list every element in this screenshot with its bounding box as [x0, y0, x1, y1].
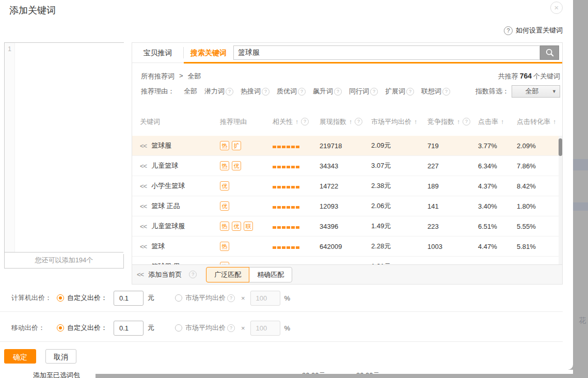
reason-option[interactable]: 全部 — [184, 87, 197, 95]
reason-option[interactable]: 质优词? — [277, 87, 306, 95]
tab-search-keywords[interactable]: 搜索关键词 — [184, 43, 233, 62]
add-current-page-label[interactable]: 添加当前页 — [148, 270, 182, 279]
custom-bid-radio[interactable] — [57, 294, 64, 302]
keywords-textarea[interactable] — [15, 43, 125, 254]
help-icon[interactable]: ? — [463, 118, 470, 125]
table-scrollbar[interactable] — [559, 136, 562, 266]
reason-option[interactable]: 飙升词? — [313, 87, 342, 95]
market-bid-radio[interactable] — [175, 294, 182, 302]
market-bid-option-label[interactable]: 市场平均出价 — [185, 323, 226, 333]
remaining-count-hint: 您还可以添加194个 — [5, 252, 123, 268]
table-row[interactable]: <<篮球 正品优120932.06元1413.40%1.80% — [132, 196, 562, 216]
help-icon[interactable]: ? — [189, 271, 197, 278]
reason-badges-cell: 热优 — [220, 161, 273, 170]
add-keyword-chevrons[interactable]: << — [140, 182, 147, 190]
relevance-cell — [273, 142, 320, 150]
search-button[interactable] — [540, 45, 559, 60]
help-icon[interactable]: ? — [355, 118, 362, 125]
divider — [0, 311, 563, 312]
relevance-bar — [277, 166, 281, 168]
column-header[interactable]: 点击率↑ — [478, 117, 517, 127]
help-icon[interactable]: ? — [262, 88, 269, 96]
background-page-right: 花 — [573, 0, 588, 378]
help-icon[interactable]: ? — [226, 88, 233, 96]
breadcrumb-value: 全部 — [188, 72, 201, 81]
relevance-bar — [277, 226, 281, 229]
breadcrumb-label[interactable]: 所有推荐词 — [141, 72, 174, 81]
custom-bid-input[interactable] — [114, 291, 144, 306]
help-icon[interactable]: ? — [406, 88, 414, 96]
add-keyword-chevrons[interactable]: << — [140, 162, 147, 170]
add-keyword-chevrons[interactable]: << — [140, 202, 147, 210]
column-header[interactable]: 竞争指数↑? — [427, 117, 478, 127]
help-link-label: 如何设置关键词 — [516, 26, 563, 35]
relevance-bar — [277, 246, 281, 249]
sort-up-icon[interactable]: ↑ — [414, 118, 417, 125]
sort-up-icon[interactable]: ↑ — [501, 118, 504, 125]
total-count: 764 — [520, 72, 532, 80]
column-header[interactable]: 相关性↑? — [273, 117, 320, 127]
table-row[interactable]: <<篮球热6420092.28元10034.47%5.81% — [132, 237, 562, 257]
table-body: <<篮球服热扩2197182.09元7193.77%2.09%<<儿童篮球热优3… — [132, 136, 562, 265]
column-header[interactable]: 点击转化率↑ — [517, 117, 562, 127]
cvr-cell: 5.81% — [517, 243, 562, 250]
help-icon[interactable]: ? — [370, 88, 378, 96]
cvr-cell: 8.42% — [517, 182, 562, 190]
custom-bid-radio[interactable] — [57, 324, 64, 332]
table-row[interactable]: <<小学生篮球优147222.38元1894.37%8.42% — [132, 176, 562, 196]
add-current-page-chevrons[interactable]: << — [137, 271, 144, 278]
reason-option[interactable]: 同行词? — [349, 87, 378, 95]
add-keyword-chevrons[interactable]: << — [140, 142, 147, 150]
custom-bid-option-label[interactable]: 自定义出价： — [67, 323, 107, 333]
market-bid-option-label[interactable]: 市场平均出价 — [185, 293, 226, 303]
table-row[interactable]: <<儿童篮球服热优联343961.49元2236.51%5.55% — [132, 216, 562, 237]
index-filter-label: 指数筛选： — [475, 87, 509, 96]
reason-option[interactable]: 联想词? — [421, 87, 450, 95]
market-bid-radio[interactable] — [175, 324, 182, 332]
column-header[interactable]: 展现指数↑? — [320, 117, 371, 127]
reason-option[interactable]: 热搜词? — [241, 87, 269, 95]
add-keyword-chevrons[interactable]: << — [140, 243, 147, 250]
confirm-button[interactable]: 确定 — [4, 349, 36, 364]
keyword-cell: <<儿童篮球 — [132, 161, 220, 170]
exact-match-button[interactable]: 精确匹配 — [249, 267, 292, 282]
currency-unit: 元 — [148, 293, 154, 303]
custom-bid-option-label[interactable]: 自定义出价： — [67, 293, 107, 303]
help-icon[interactable]: ? — [442, 88, 450, 96]
help-icon[interactable]: ? — [227, 324, 235, 332]
broad-match-button[interactable]: 广泛匹配 — [206, 267, 249, 282]
competition-cell: 141 — [427, 202, 478, 210]
table-row[interactable]: <<儿童篮球热优343433.07元2276.34%7.86% — [132, 156, 562, 176]
reason-option[interactable]: 潜力词? — [204, 87, 233, 95]
help-icon[interactable]: ? — [334, 88, 342, 96]
relevance-bar — [277, 186, 281, 188]
cancel-button[interactable]: 取消 — [45, 349, 76, 364]
help-icon[interactable]: ? — [227, 294, 235, 302]
index-filter-dropdown[interactable]: 全部 ▼ — [512, 85, 560, 98]
close-icon[interactable]: × — [550, 2, 563, 14]
tab-item-word-recommend[interactable]: 宝贝推词 — [132, 43, 183, 62]
column-label: 点击转化率 — [517, 117, 550, 127]
help-icon[interactable]: ? — [298, 88, 306, 96]
how-to-set-keywords-link[interactable]: ? 如何设置关键词 — [504, 26, 563, 35]
competition-cell: 223 — [427, 223, 478, 230]
search-input[interactable] — [233, 45, 540, 60]
keyword-entry-panel: 1 您还可以添加194个 — [4, 42, 124, 269]
table-row[interactable]: <<篮球服热扩2197182.09元7193.77%2.09% — [132, 136, 562, 156]
help-icon[interactable]: ? — [301, 118, 309, 125]
add-keyword-chevrons[interactable]: << — [140, 223, 147, 230]
keyword-recommendation-panel: 宝贝推词 搜索关键词 所有推荐词 > 全部 — [132, 42, 563, 285]
custom-bid-input[interactable] — [114, 321, 144, 336]
keyword-cell: <<小学生篮球 — [132, 181, 220, 191]
column-header[interactable]: 市场平均出价↑ — [371, 117, 427, 127]
sort-up-icon[interactable]: ↑ — [349, 118, 352, 125]
sort-up-icon[interactable]: ↑ — [295, 118, 298, 125]
sort-up-icon[interactable]: ↑ — [457, 118, 460, 125]
keyword-text: 篮球 正品 — [151, 201, 180, 211]
reason-option[interactable]: 扩展词? — [385, 87, 414, 95]
total-recommended-count: 共推荐764个关键词 — [498, 72, 560, 81]
background-band — [573, 159, 588, 170]
scrollbar-thumb[interactable] — [559, 138, 562, 156]
column-label: 相关性 — [273, 117, 293, 127]
sort-up-icon[interactable]: ↑ — [553, 118, 556, 125]
